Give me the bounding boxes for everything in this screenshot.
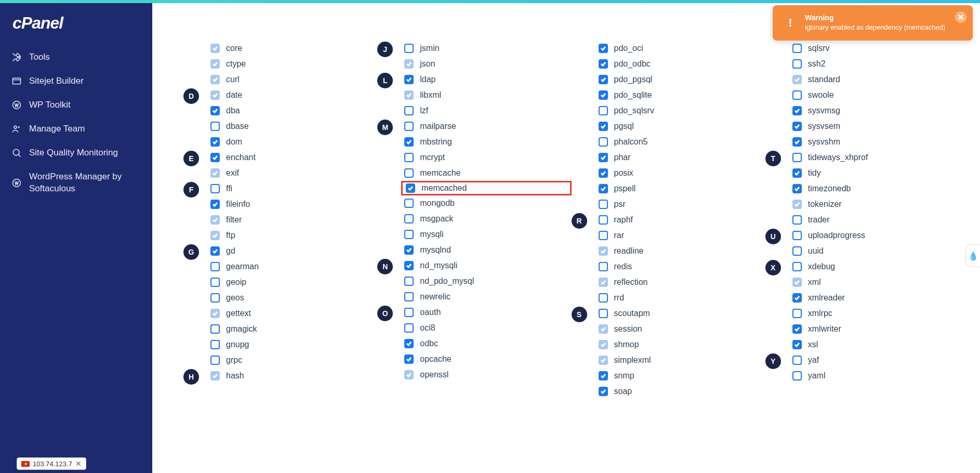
- checkbox-dba[interactable]: [210, 106, 220, 115]
- checkbox-yaf[interactable]: [792, 356, 802, 365]
- checkbox-rrd[interactable]: [599, 293, 608, 303]
- ext-pdo_oci: pdo_oci: [599, 41, 765, 56]
- items-list: gdgearmangeoipgeosgettextgmagickgnupggrp…: [210, 243, 377, 368]
- ext-label: uploadprogress: [808, 231, 865, 240]
- checkbox-ffi[interactable]: [210, 184, 220, 193]
- checkbox-timezonedb[interactable]: [792, 184, 802, 193]
- checkbox-sysvsem[interactable]: [792, 122, 802, 131]
- checkbox-memcached[interactable]: [406, 183, 415, 193]
- checkbox-opcache[interactable]: [404, 354, 414, 364]
- ext-oauth: oauth: [404, 305, 571, 320]
- nav-item-tools[interactable]: Tools: [0, 45, 152, 69]
- checkbox-mailparse[interactable]: [404, 122, 414, 131]
- checkbox-tideways_xhprof[interactable]: [792, 153, 802, 162]
- checkbox-posix[interactable]: [599, 168, 608, 178]
- ext-dba: dba: [210, 103, 377, 119]
- items-list: nd_mysqlind_pdo_mysqlnewrelic: [404, 258, 571, 305]
- checkbox-xmlrpc[interactable]: [792, 309, 802, 318]
- checkbox-jsmin[interactable]: [404, 44, 414, 53]
- checkbox-geos[interactable]: [210, 293, 220, 303]
- checkbox-sysvshm[interactable]: [792, 137, 802, 147]
- checkbox-libxml: [404, 90, 414, 100]
- checkbox-scoutapm[interactable]: [599, 309, 608, 318]
- checkbox-lzf[interactable]: [404, 106, 414, 115]
- checkbox-dbase[interactable]: [210, 122, 220, 131]
- checkbox-redis[interactable]: [599, 262, 608, 271]
- checkbox-tidy[interactable]: [792, 168, 802, 178]
- checkbox-sqlsrv[interactable]: [792, 44, 802, 53]
- checkbox-nd_mysqli[interactable]: [404, 261, 414, 270]
- nav-item-sitejet[interactable]: Sitejet Builder: [0, 69, 152, 93]
- checkbox-oci8[interactable]: [404, 323, 414, 333]
- checkbox-xmlwriter[interactable]: [792, 324, 802, 334]
- checkbox-pdo_oci[interactable]: [599, 44, 608, 53]
- checkbox-enchant[interactable]: [210, 153, 220, 162]
- checkbox-pdo_sqlite[interactable]: [599, 90, 608, 100]
- nav-item-wptoolkit[interactable]: WP Toolkit: [0, 93, 152, 117]
- checkbox-newrelic[interactable]: [404, 292, 414, 301]
- checkbox-pdo_pgsql[interactable]: [599, 75, 608, 84]
- checkbox-snmp[interactable]: [599, 371, 608, 380]
- checkbox-rar[interactable]: [599, 231, 608, 240]
- ext-label: mysqli: [420, 230, 443, 239]
- side-widget[interactable]: 💧: [965, 244, 980, 267]
- ip-close-button[interactable]: ✕: [75, 459, 82, 468]
- checkbox-psr[interactable]: [599, 200, 608, 209]
- checkbox-phalcon5[interactable]: [599, 137, 608, 147]
- group-N: Nnd_mysqlind_pdo_mysqlnewrelic: [377, 258, 571, 305]
- group-F: Fffifileinfofilterftp: [183, 181, 377, 243]
- checkbox-grpc[interactable]: [210, 356, 220, 365]
- checkbox-msgpack[interactable]: [404, 214, 414, 224]
- checkbox-gnupg[interactable]: [210, 340, 220, 349]
- ext-label: psr: [614, 200, 626, 209]
- checkbox-memcache[interactable]: [404, 168, 414, 178]
- ext-label: yaml: [808, 371, 826, 380]
- checkbox-yaml[interactable]: [792, 371, 802, 380]
- checkbox-nd_pdo_mysql[interactable]: [404, 277, 414, 286]
- ext-msgpack: msgpack: [404, 211, 571, 227]
- checkbox-geoip[interactable]: [210, 278, 220, 287]
- checkbox-gearman[interactable]: [210, 262, 220, 271]
- checkbox-uuid[interactable]: [792, 246, 802, 256]
- checkbox-sysvmsg[interactable]: [792, 106, 802, 115]
- checkbox-phar[interactable]: [599, 153, 608, 162]
- checkbox-pdo_sqlsrv[interactable]: [599, 106, 608, 115]
- checkbox-gd[interactable]: [210, 246, 220, 256]
- checkbox-trader[interactable]: [792, 215, 802, 225]
- checkbox-swoole[interactable]: [792, 90, 802, 100]
- checkbox-mongodb[interactable]: [404, 199, 414, 208]
- checkbox-oauth[interactable]: [404, 308, 414, 317]
- checkbox-ssh2[interactable]: [792, 59, 802, 69]
- checkbox-uploadprogress[interactable]: [792, 231, 802, 240]
- checkbox-ldap[interactable]: [404, 75, 414, 84]
- checkbox-xmlreader[interactable]: [792, 293, 802, 303]
- ext-label: session: [614, 324, 642, 334]
- checkbox-mysqlnd[interactable]: [404, 245, 414, 255]
- group-S: Sscoutapmsessionshmopsimplexmlsnmpsoap: [572, 306, 765, 399]
- letter-badge-D: D: [183, 88, 199, 104]
- checkbox-mysqli[interactable]: [404, 230, 414, 239]
- nav-item-wpmanager[interactable]: WordPress Manager by Softaculous: [0, 165, 152, 200]
- toast-close-button[interactable]: [955, 11, 966, 23]
- nav-item-sitequality[interactable]: Site Quality Monitoring: [0, 141, 152, 165]
- checkbox-pspell[interactable]: [599, 184, 608, 193]
- checkbox-pdo_odbc[interactable]: [599, 59, 608, 69]
- checkbox-gmagick[interactable]: [210, 324, 220, 334]
- checkbox-xdebug[interactable]: [792, 262, 802, 271]
- nav-item-manageteam[interactable]: Manage Team: [0, 117, 152, 141]
- checkbox-odbc[interactable]: [404, 339, 414, 348]
- checkbox-xsl[interactable]: [792, 340, 802, 349]
- checkbox-mcrypt[interactable]: [404, 153, 414, 162]
- nav-label: WordPress Manager by Softaculous: [29, 171, 141, 194]
- ext-label: phar: [614, 153, 631, 162]
- checkbox-pgsql[interactable]: [599, 122, 608, 131]
- ext-label: ctype: [226, 59, 246, 69]
- items-list: corectypecurl: [210, 41, 377, 87]
- checkbox-soap[interactable]: [599, 387, 608, 396]
- checkbox-raphf[interactable]: [599, 215, 608, 225]
- ext-psr: psr: [599, 196, 765, 212]
- checkbox-dom[interactable]: [210, 137, 220, 147]
- checkbox-mbstring[interactable]: [404, 137, 414, 147]
- checkbox-fileinfo[interactable]: [210, 200, 220, 209]
- checkbox-exif: [210, 168, 220, 178]
